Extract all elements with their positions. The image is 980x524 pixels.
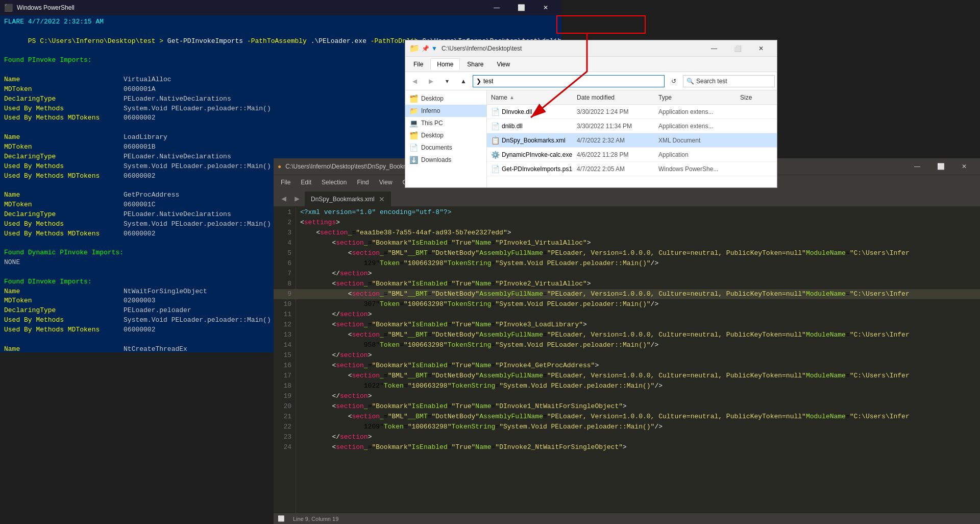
ribbon-tab-home[interactable]: Home: [430, 58, 460, 70]
desktop-icon-2: 🗂️: [409, 131, 418, 139]
refresh-button[interactable]: ↺: [667, 74, 681, 88]
menu-edit[interactable]: Edit: [296, 177, 316, 188]
menu-selection[interactable]: Selection: [316, 177, 352, 188]
sublime-text-window: ● C:\Users\Inferno\Desktop\test\DnSpy_Bo…: [274, 158, 980, 524]
menu-file[interactable]: File: [276, 177, 296, 188]
explorer-close[interactable]: ✕: [749, 40, 773, 57]
column-headers: Name ▲ Date modified Type Size: [487, 90, 777, 105]
tab-dnspy-bookmarks[interactable]: DnSpy_Bookmarks.xml ✕: [304, 191, 391, 206]
file-row-dynamic[interactable]: ⚙️ DynamicPInvoke-calc.exe 4/6/2022 11:2…: [487, 148, 777, 162]
file-date-dnlib: 3/30/2022 11:34 PM: [573, 123, 654, 130]
col-header-date[interactable]: Date modified: [573, 94, 654, 101]
titlebar-icons: 📁 📌 ▼: [409, 43, 437, 53]
line-numbers: 1 2 3 4 5 6 7 8 9 10 11 12 13 14 15 16 1…: [274, 207, 296, 513]
explorer-maximize[interactable]: ⬜: [726, 40, 749, 57]
desktop-icon-1: 🗂️: [409, 94, 418, 103]
file-date-getpd: 4/7/2022 2:05 AM: [573, 165, 654, 173]
menu-view[interactable]: View: [374, 177, 398, 188]
file-date-dnspy: 4/7/2022 2:32 AM: [573, 137, 654, 144]
ribbon-tab-share[interactable]: Share: [461, 59, 489, 70]
file-type-dynamic: Application: [654, 151, 736, 158]
sidebar-item-inferno[interactable]: 📁 Inferno: [405, 105, 486, 117]
explorer-main-pane: Name ▲ Date modified Type Size 📄 DInvoke…: [487, 90, 777, 187]
sidebar-item-documents[interactable]: 📄 Documents: [405, 141, 486, 154]
recent-button[interactable]: ▾: [440, 74, 454, 88]
code-line-8: <section _="Bookmark" IsEnabled="True" N…: [296, 279, 980, 289]
search-box[interactable]: 🔍 Search test: [683, 75, 775, 87]
powershell-icon: ⬛: [4, 4, 13, 12]
exe-icon: ⚙️: [491, 151, 500, 159]
close-button[interactable]: ✕: [534, 0, 557, 15]
file-row-dnlib[interactable]: 📄 dnlib.dll 3/30/2022 11:34 PM Applicati…: [487, 119, 777, 133]
search-text: Search test: [696, 78, 727, 85]
sidebar-item-thispc[interactable]: 💻 This PC: [405, 117, 486, 129]
explorer-titlebar: 📁 📌 ▼ C:\Users\Inferno\Desktop\test — ⬜ …: [405, 40, 777, 57]
code-line-2: <settings>: [296, 218, 980, 228]
explorer-body: 🗂️ Desktop 📁 Inferno 💻 This PC 🗂️ Deskto…: [405, 90, 777, 187]
code-line-12: <section _="Bookmark" IsEnabled="True" N…: [296, 320, 980, 330]
sublime-statusbar: ⬜ Line 9, Column 19: [274, 513, 980, 524]
col-header-size[interactable]: Size: [736, 94, 777, 101]
maximize-button[interactable]: ⬜: [509, 0, 533, 15]
menu-find[interactable]: Find: [352, 177, 374, 188]
sublime-icon: ●: [278, 163, 281, 170]
ribbon-tab-file[interactable]: File: [407, 59, 429, 70]
timestamp-line-1: FLARE 4/7/2022 2:32:15 AM: [4, 17, 557, 27]
titlebar-controls: — ⬜ ✕: [485, 0, 557, 15]
code-editor-area[interactable]: <?xml version="1.0" encoding="utf-8"?> <…: [296, 207, 980, 513]
sidebar-item-desktop-1[interactable]: 🗂️ Desktop: [405, 92, 486, 105]
sublime-maximize[interactable]: ⬜: [929, 158, 952, 175]
address-path[interactable]: ❯ test: [473, 75, 665, 87]
file-name-dinvoke: 📄 DInvoke.dll: [487, 108, 573, 116]
tab-nav-left[interactable]: ◀: [278, 191, 290, 206]
path-chevron-1: ❯: [476, 78, 481, 85]
code-line-18: 1022" Token="100663298" TokenString="Sys…: [296, 381, 980, 391]
sublime-editor[interactable]: 1 2 3 4 5 6 7 8 9 10 11 12 13 14 15 16 1…: [274, 207, 980, 513]
up-button[interactable]: ▲: [456, 74, 471, 88]
minimize-button[interactable]: —: [485, 0, 508, 15]
back-button[interactable]: ◀: [407, 74, 422, 88]
code-line-22: 1209" Token="100663298" TokenString="Sys…: [296, 422, 980, 432]
code-line-10: 307" Token="100663298" TokenString="Syst…: [296, 299, 980, 309]
red-box-highlight: [556, 15, 646, 34]
code-line-7: </section>: [296, 269, 980, 279]
pc-icon: 💻: [409, 119, 418, 127]
file-date-dynamic: 4/6/2022 11:28 PM: [573, 151, 654, 158]
file-row-dnspy[interactable]: 📋 DnSpy_Bookmarks.xml 4/7/2022 2:32 AM X…: [487, 133, 777, 148]
ribbon-icon: ▼: [431, 45, 437, 52]
command: Get-PDInvokeImports: [167, 37, 243, 45]
code-line-11: </section>: [296, 309, 980, 320]
address-bar: ◀ ▶ ▾ ▲ ❯ test ↺ 🔍 Search test: [405, 72, 777, 90]
sublime-controls: — ⬜ ✕: [905, 158, 976, 175]
sidebar-item-desktop-2[interactable]: 🗂️ Desktop: [405, 129, 486, 141]
tab-close-icon[interactable]: ✕: [379, 196, 385, 203]
param1: -PathToAssembly: [243, 37, 311, 45]
dinvoke-icon: 📄: [491, 108, 500, 116]
file-row-dinvoke[interactable]: 📄 DInvoke.dll 3/30/2022 1:24 PM Applicat…: [487, 105, 777, 119]
file-name-dnlib: 📄 dnlib.dll: [487, 122, 573, 130]
explorer-minimize[interactable]: —: [702, 40, 726, 57]
powershell-title: Windows PowerShell: [17, 4, 485, 11]
ribbon-tab-view[interactable]: View: [491, 59, 516, 70]
file-type-dnspy: XML Document: [654, 137, 736, 144]
code-line-15: </section>: [296, 350, 980, 361]
line-col-status: Line 9, Column 19: [293, 516, 338, 522]
explorer-title: C:\Users\Inferno\Desktop\test: [442, 45, 702, 52]
file-name-dnspy: 📋 DnSpy_Bookmarks.xml: [487, 136, 573, 145]
code-line-17: <section _="BML" __BMT="DotNetBody" Asse…: [296, 371, 980, 381]
explorer-sidebar: 🗂️ Desktop 📁 Inferno 💻 This PC 🗂️ Deskto…: [405, 90, 487, 187]
col-header-name[interactable]: Name ▲: [487, 94, 573, 101]
tab-bar: ◀ ▶ DnSpy_Bookmarks.xml ✕: [274, 189, 980, 207]
search-icon: 🔍: [687, 78, 694, 85]
file-type-getpd: Windows PowerShe...: [654, 165, 736, 173]
code-line-5: <section _="BML" __BMT="DotNetBody" Asse…: [296, 248, 980, 258]
sidebar-item-downloads[interactable]: ⬇️ Downloads: [405, 154, 486, 166]
tab-nav-right[interactable]: ▶: [291, 191, 303, 206]
sublime-minimize[interactable]: —: [905, 158, 929, 175]
col-header-type[interactable]: Type: [654, 94, 736, 101]
sublime-close[interactable]: ✕: [952, 158, 976, 175]
forward-button[interactable]: ▶: [424, 74, 438, 88]
file-row-getpd[interactable]: 📄 Get-PDInvokeImports.ps1 4/7/2022 2:05 …: [487, 162, 777, 176]
code-line-16: <section _="Bookmark" IsEnabled="True" N…: [296, 361, 980, 371]
path-item-test: test: [483, 78, 493, 85]
